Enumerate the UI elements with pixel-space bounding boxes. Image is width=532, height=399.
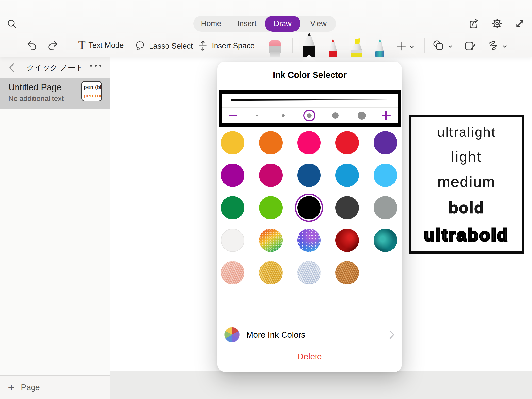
text-mode-button[interactable]: T Text Mode: [78, 40, 124, 51]
ink-color-black[interactable]: [297, 196, 321, 219]
ink-color-bronze-glitter[interactable]: [335, 261, 359, 284]
undo-button[interactable]: [26, 40, 38, 52]
tab-view[interactable]: View: [300, 16, 336, 32]
ink-color-purple[interactable]: [374, 131, 397, 154]
ink-color-gold-glitter[interactable]: [259, 261, 283, 284]
redo-button[interactable]: [48, 40, 60, 52]
fullscreen-expand-icon[interactable]: [514, 18, 526, 29]
color-wheel-icon: [224, 327, 240, 342]
more-ink-colors-button[interactable]: More Ink Colors: [217, 327, 402, 343]
decrease-size-button[interactable]: [229, 115, 237, 116]
stroke-size-option-3[interactable]: [303, 109, 316, 122]
sidebar-more-button[interactable]: [90, 65, 101, 67]
ink-color-lime[interactable]: [259, 196, 283, 219]
eraser-tool[interactable]: [267, 40, 283, 57]
ellipsis-icon: [90, 65, 92, 67]
tab-draw[interactable]: Draw: [265, 16, 300, 32]
ink-color-selector-popover: Ink Color Selector More Ink Colors Delet…: [217, 62, 402, 372]
tab-home[interactable]: Home: [193, 16, 229, 32]
page-list-sidebar: クイック ノート Untitled Page No additional tex…: [0, 57, 110, 399]
search-icon: [6, 18, 18, 30]
shapes-icon: [432, 40, 445, 52]
ink-color-sky-blue[interactable]: [374, 164, 397, 187]
ink-color-rose-gold[interactable]: [221, 261, 244, 284]
ink-color-magenta[interactable]: [221, 164, 244, 187]
lasso-select-button[interactable]: Lasso Select: [134, 40, 193, 52]
insert-space-button[interactable]: Insert Space: [197, 40, 255, 52]
toolbar-divider: [424, 38, 425, 53]
ink-color-white[interactable]: [221, 229, 244, 252]
ink-squiggle-icon: [487, 40, 500, 52]
stroke-size-option-2[interactable]: [277, 109, 289, 122]
top-chrome: Home Insert Draw View: [0, 0, 532, 57]
draw-with-touch-button[interactable]: [464, 40, 476, 52]
chevron-down-icon: [410, 46, 414, 48]
thumbnail-line: pen (ora: [84, 91, 101, 100]
search-button[interactable]: [6, 18, 18, 30]
ink-sample-medium: medium: [438, 173, 496, 190]
text-mode-label: Text Mode: [88, 41, 124, 50]
sidebar-header: クイック ノート: [0, 57, 110, 78]
notebook-title: クイック ノート: [0, 63, 110, 73]
ink-color-hot-pink[interactable]: [297, 131, 321, 154]
increase-size-button[interactable]: [382, 111, 391, 120]
ink-color-charcoal[interactable]: [335, 196, 359, 219]
red-pen-tool[interactable]: [326, 39, 340, 57]
insert-space-icon: [197, 40, 209, 52]
chevron-right-icon: [389, 330, 395, 339]
shapes-button[interactable]: [432, 40, 452, 52]
page-and-pen-icon: [464, 40, 476, 52]
stroke-size-option-4[interactable]: [329, 109, 342, 122]
handwriting-sample-box: ultralight light medium bold ultrabold: [409, 115, 524, 254]
chevron-down-icon: [448, 45, 452, 48]
yellow-highlighter-icon: [349, 38, 364, 57]
ink-color-raspberry[interactable]: [259, 164, 283, 187]
ink-color-teal-marble[interactable]: [374, 229, 397, 252]
ink-sample-ultrabold: ultrabold: [424, 225, 509, 245]
settings-gear-icon[interactable]: [491, 18, 503, 29]
ink-color-gray[interactable]: [374, 196, 397, 219]
lasso-select-icon: [134, 40, 146, 52]
delete-pen-button[interactable]: Delete: [217, 352, 402, 361]
ink-to-shape-button[interactable]: [487, 40, 507, 52]
teal-pen-tool[interactable]: [373, 39, 387, 57]
draw-toolbar: T Text Mode Lasso Select Insert Space: [0, 34, 532, 57]
plus-icon: [396, 40, 407, 52]
ink-color-silver-glitter[interactable]: [297, 261, 321, 284]
redo-icon: [48, 40, 60, 52]
ink-color-grid: [221, 131, 397, 284]
page-thumbnail: pen (bl pen (ora: [81, 81, 102, 101]
ribbon-tabbar: Home Insert Draw View: [193, 16, 336, 32]
window-actions: [468, 18, 526, 29]
stroke-width-section-focus-box: [219, 90, 401, 127]
yellow-highlighter-tool[interactable]: [349, 38, 364, 57]
add-page-button[interactable]: + Page: [0, 375, 110, 399]
ink-color-orange[interactable]: [259, 131, 283, 154]
canvas-end-area: [110, 371, 532, 399]
ink-color-galaxy[interactable]: [297, 229, 321, 252]
ink-color-red-marble[interactable]: [335, 229, 359, 252]
page-list-item-selected[interactable]: Untitled Page No additional text pen (bl…: [0, 78, 110, 109]
share-icon[interactable]: [468, 18, 480, 29]
ink-sample-bold: bold: [449, 199, 484, 216]
more-ink-colors-label: More Ink Colors: [246, 330, 305, 340]
toolbar-divider: [71, 38, 71, 53]
stroke-size-option-1[interactable]: [251, 109, 263, 122]
text-mode-icon: T: [78, 40, 85, 51]
stroke-size-option-5[interactable]: [356, 109, 368, 122]
ink-color-rainbow-glitter[interactable]: [259, 229, 283, 252]
black-pen-tool-selected[interactable]: [301, 33, 317, 57]
page-subtitle: No additional text: [8, 95, 64, 103]
add-page-label: Page: [21, 383, 40, 392]
plus-icon: +: [8, 382, 15, 392]
ink-color-red[interactable]: [335, 131, 359, 154]
stroke-preview-line: [231, 98, 389, 102]
ink-color-green[interactable]: [221, 196, 244, 219]
add-pen-button[interactable]: [396, 40, 414, 52]
ink-color-cerulean[interactable]: [335, 164, 359, 187]
ink-color-navy[interactable]: [297, 164, 321, 187]
lasso-select-label: Lasso Select: [149, 42, 193, 50]
toolbar-divider: [292, 38, 293, 53]
tab-insert[interactable]: Insert: [229, 16, 265, 32]
ink-color-gold[interactable]: [221, 131, 244, 154]
